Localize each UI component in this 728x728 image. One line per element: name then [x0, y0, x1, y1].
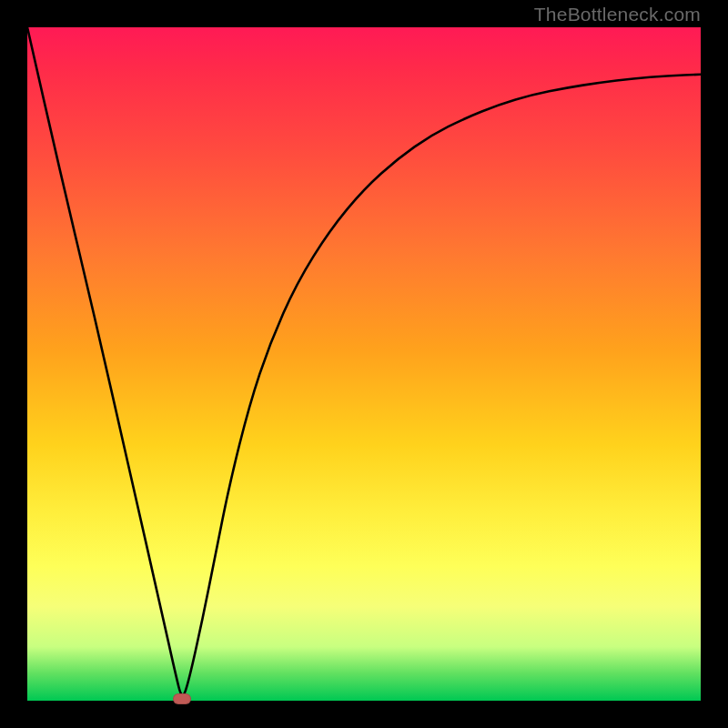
chart-frame: TheBottleneck.com: [0, 0, 728, 728]
min-point-marker: [173, 693, 191, 704]
plot-area: [27, 27, 701, 701]
watermark-text: TheBottleneck.com: [534, 4, 701, 25]
